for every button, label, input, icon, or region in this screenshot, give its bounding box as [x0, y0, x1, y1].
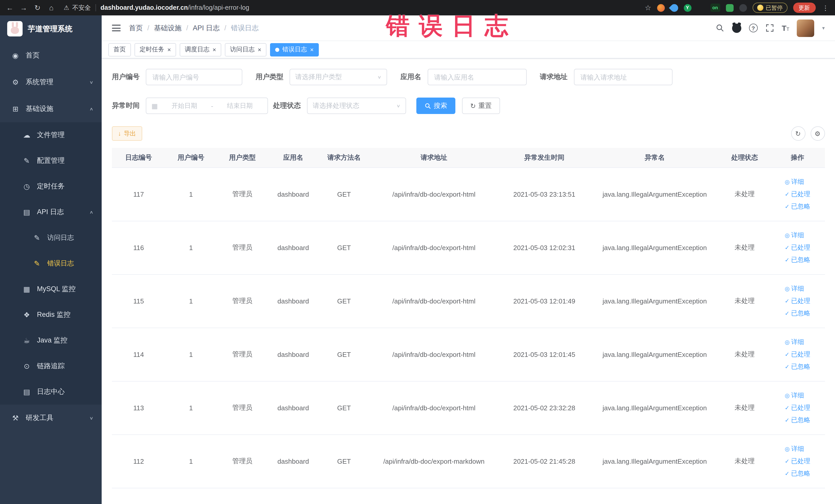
sidebar-item-error-log[interactable]: ✎ 错误日志	[0, 250, 102, 276]
export-button[interactable]: ↓ 导出	[112, 126, 142, 141]
request-url-input[interactable]	[574, 69, 672, 85]
close-icon[interactable]: ×	[167, 46, 171, 53]
check-icon: ✓	[785, 201, 789, 212]
detail-link[interactable]: ◎ 详细	[785, 336, 804, 348]
column-header[interactable]: 用户类型	[217, 148, 268, 167]
github-icon[interactable]	[732, 23, 741, 33]
close-icon[interactable]: ×	[212, 46, 216, 53]
font-size-icon[interactable]: TT	[782, 24, 789, 32]
mark-processed-link[interactable]: ✓ 已处理	[785, 295, 810, 306]
refresh-icon[interactable]: ↻	[33, 4, 42, 12]
sidebar-item-devtools[interactable]: ⚒ 研发工具 ∨	[0, 405, 102, 431]
address-bar[interactable]: dashboard.yudao.iocoder.cn/infra/log/api…	[101, 4, 249, 11]
chevron-up-icon: ∧	[89, 106, 94, 112]
mark-processed-link[interactable]: ✓ 已处理	[785, 242, 810, 253]
sidebar-item-api-log[interactable]: ▤ API 日志 ∧	[0, 199, 102, 225]
mark-ignored-link[interactable]: ✓ 已忽略	[785, 201, 810, 212]
reset-button[interactable]: ↻ 重置	[462, 98, 500, 114]
column-header[interactable]: 用户编号	[165, 148, 217, 167]
extension-icon-red[interactable]	[657, 4, 665, 12]
fullscreen-icon[interactable]	[766, 24, 774, 32]
tab-error-log[interactable]: 错误日志 ×	[270, 43, 319, 56]
mark-ignored-link[interactable]: ✓ 已忽略	[785, 254, 810, 265]
sidebar-item-java-monitor[interactable]: ☕ Java 监控	[0, 328, 102, 353]
extension-icon-green[interactable]: Y	[684, 4, 691, 12]
bookmark-star-icon[interactable]: ☆	[645, 4, 651, 12]
browser-menu-icon[interactable]: ⋮	[821, 4, 830, 12]
breadcrumb-home[interactable]: 首页	[129, 23, 143, 33]
mark-processed-link[interactable]: ✓ 已处理	[785, 456, 810, 467]
tab-home[interactable]: 首页	[108, 43, 131, 56]
detail-link[interactable]: ◎ 详细	[785, 390, 804, 401]
site-security-chip[interactable]: ⚠ 不安全	[64, 3, 91, 12]
mark-ignored-link[interactable]: ✓ 已忽略	[785, 468, 810, 479]
sidebar-item-config-management[interactable]: ✎ 配置管理	[0, 148, 102, 174]
breadcrumb-infrastructure[interactable]: 基础设施	[154, 23, 182, 33]
sidebar-item-label: Redis 监控	[37, 310, 70, 319]
search-icon[interactable]	[716, 24, 725, 32]
mark-ignored-link[interactable]: ✓ 已忽略	[785, 308, 810, 319]
forward-icon[interactable]: →	[19, 4, 28, 12]
extension-icon-paw[interactable]	[739, 4, 747, 12]
process-status-select[interactable]: 请选择处理状态 ∨	[307, 98, 406, 114]
help-icon[interactable]: ?	[749, 24, 758, 32]
extension-icon-on[interactable]: on	[710, 4, 720, 12]
close-icon[interactable]: ×	[258, 46, 261, 53]
caret-down-icon[interactable]: ▾	[822, 25, 825, 31]
home-icon[interactable]: ⌂	[47, 4, 56, 12]
detail-link[interactable]: ◎ 详细	[785, 176, 804, 187]
row-actions: ◎ 详细 ✓ 已处理 ✓	[785, 176, 810, 212]
detail-link[interactable]: ◎ 详细	[785, 283, 804, 294]
hamburger-icon[interactable]	[112, 25, 121, 31]
select-placeholder: 请选择用户类型	[295, 73, 342, 82]
sidebar-item-trace[interactable]: ⊙ 链路追踪	[0, 353, 102, 379]
extension-icon-blue-drop[interactable]	[669, 2, 679, 13]
extension-icon-grid[interactable]	[697, 4, 705, 12]
export-button-label: 导出	[124, 129, 136, 138]
sidebar-item-access-log[interactable]: ✎ 访问日志	[0, 225, 102, 250]
sidebar-item-system-management[interactable]: ⚙ 系统管理 ∨	[0, 69, 102, 96]
trace-icon: ⊙	[22, 362, 32, 370]
detail-link[interactable]: ◎ 详细	[785, 443, 804, 455]
tab-scheduled-tasks[interactable]: 定时任务 ×	[135, 43, 176, 56]
column-header[interactable]: 异常发生时间	[498, 148, 590, 167]
sidebar-item-label: 研发工具	[26, 414, 54, 423]
user-type-select[interactable]: 请选择用户类型 ∨	[289, 69, 387, 85]
sidebar-item-log-center[interactable]: ▤ 日志中心	[0, 379, 102, 405]
detail-link[interactable]: ◎ 详细	[785, 229, 804, 241]
sidebar-item-file-management[interactable]: ☁ 文件管理	[0, 122, 102, 148]
column-header[interactable]: 请求方法名	[318, 148, 370, 167]
search-button[interactable]: 搜索	[416, 98, 455, 114]
breadcrumb-api-log[interactable]: API 日志	[193, 23, 220, 33]
sidebar-item-mysql-monitor[interactable]: ▦ MySQL 监控	[0, 276, 102, 302]
column-header[interactable]: 请求地址	[370, 148, 498, 167]
exception-time-range-picker[interactable]: ▦ 开始日期 - 结束日期	[146, 98, 268, 114]
mark-ignored-link[interactable]: ✓ 已忽略	[785, 415, 810, 426]
update-button[interactable]: 更新	[793, 3, 815, 13]
column-header[interactable]: 异常名	[591, 148, 719, 167]
user-id-input[interactable]	[146, 69, 242, 85]
paused-badge[interactable]: 已暂停	[752, 3, 787, 13]
app-logo[interactable]: 芋道管理系统	[0, 15, 102, 42]
column-header[interactable]: 操作	[770, 148, 825, 167]
tab-schedule-log[interactable]: 调度日志 ×	[180, 43, 221, 56]
column-header[interactable]: 处理状态	[719, 148, 770, 167]
mark-processed-link[interactable]: ✓ 已处理	[785, 349, 810, 360]
column-header[interactable]: 应用名	[268, 148, 318, 167]
sidebar-item-home[interactable]: ◉ 首页	[0, 42, 102, 69]
extension-icon-leaf[interactable]	[726, 4, 733, 12]
user-avatar[interactable]	[797, 19, 814, 37]
column-settings-button[interactable]: ⚙	[810, 126, 825, 141]
mark-ignored-link[interactable]: ✓ 已忽略	[785, 361, 810, 372]
sidebar-item-infrastructure[interactable]: ⊞ 基础设施 ∧	[0, 96, 102, 122]
sidebar-item-scheduled-tasks[interactable]: ◷ 定时任务	[0, 174, 102, 199]
close-icon[interactable]: ×	[310, 46, 314, 53]
mark-processed-link[interactable]: ✓ 已处理	[785, 402, 810, 414]
tab-access-log[interactable]: 访问日志 ×	[225, 43, 266, 56]
app-name-input[interactable]	[427, 69, 527, 85]
refresh-table-button[interactable]: ↻	[791, 126, 805, 141]
sidebar-item-redis-monitor[interactable]: ❖ Redis 监控	[0, 302, 102, 328]
column-header[interactable]: 日志编号	[112, 148, 165, 167]
mark-processed-link[interactable]: ✓ 已处理	[785, 188, 810, 200]
back-icon[interactable]: ←	[5, 4, 14, 12]
